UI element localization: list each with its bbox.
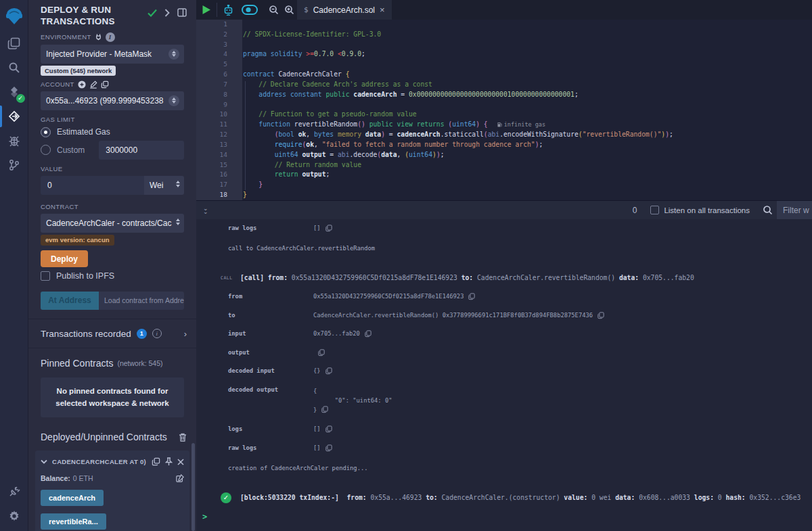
copy-contract-icon[interactable]	[152, 457, 160, 466]
remix-ai-icon[interactable]	[223, 5, 234, 16]
contract-label: CONTRACT	[41, 203, 184, 210]
custom-gas-input[interactable]: 3000000	[99, 141, 184, 160]
at-address-button[interactable]: At Address	[41, 292, 99, 310]
balance-label: Balance:	[41, 474, 70, 482]
plugin-manager-icon[interactable]	[0, 480, 28, 504]
environment-info-icon[interactable]: i	[106, 32, 115, 42]
contract-fn-cadencearch-button[interactable]: cadenceArch	[41, 490, 104, 506]
account-label: ACCOUNT	[41, 80, 184, 89]
copy-icon[interactable]	[325, 444, 332, 452]
transactions-info-icon[interactable]: i	[152, 329, 162, 338]
tx-call-icon: call	[221, 275, 233, 282]
copy-icon[interactable]	[318, 349, 325, 356]
git-icon[interactable]	[0, 153, 28, 177]
chevron-down-icon[interactable]	[41, 459, 47, 464]
code-line: }	[243, 190, 812, 200]
line-number: 13	[196, 140, 242, 150]
infinite-gas-note: infinite gas	[497, 121, 545, 128]
copy-account-icon[interactable]	[101, 80, 109, 89]
estimated-gas-label: Estimated Gas	[57, 127, 110, 137]
debugger-icon[interactable]	[0, 129, 28, 153]
copy-icon[interactable]	[325, 425, 332, 433]
line-number: 10	[196, 110, 242, 120]
trash-icon[interactable]	[179, 433, 187, 442]
zoom-out-icon[interactable]	[269, 5, 279, 15]
tab-cadencearch-sol[interactable]: $ CadenceArch.sol ×	[297, 0, 392, 20]
code-line: uint64 output = abi.decode(data, (uint64…	[243, 150, 812, 160]
copy-icon[interactable]	[597, 312, 604, 319]
value-unit-select[interactable]: Wei	[144, 176, 184, 195]
pinned-contracts-title: Pinned Contracts	[41, 358, 113, 369]
terminal-tx-row[interactable]: ✓[block:5033220 txIndex:-] from: 0x55a..…	[196, 492, 812, 503]
code-editor[interactable]: 123456789101112131415161718 // SPDX-Lice…	[196, 20, 812, 200]
account-select[interactable]: 0x55a...46923 (999.9999453238	[41, 91, 184, 110]
panel-scrollbar[interactable]	[191, 443, 195, 531]
deploy-button[interactable]: Deploy	[41, 250, 88, 267]
file-explorer-icon[interactable]	[0, 31, 28, 55]
code-line: return output;	[243, 170, 812, 180]
copy-icon[interactable]	[321, 406, 328, 413]
tx-success-icon: ✓	[221, 492, 231, 503]
listen-checkbox[interactable]	[650, 206, 659, 214]
terminal-kv-row: toCadenceArchCaler.revertibleRandom() 0x…	[196, 312, 812, 319]
plug-icon[interactable]	[95, 33, 102, 41]
value-input[interactable]: 0	[41, 176, 144, 195]
code-line: function revertibleRandom() public view …	[243, 120, 812, 130]
terminal: ⌄⌄ 0 Listen on all transactions Filter w…	[196, 200, 812, 531]
transactions-recorded-section[interactable]: Transactions recorded 1 i ›	[28, 319, 196, 348]
tab-label: CadenceArch.sol	[313, 5, 375, 15]
terminal-filter-input[interactable]: Filter w	[777, 201, 812, 219]
add-account-icon[interactable]	[78, 80, 86, 89]
pin-panel-icon[interactable]	[177, 8, 187, 17]
value-label: VALUE	[41, 165, 184, 172]
transactions-expand-icon[interactable]: ›	[184, 329, 187, 339]
deployed-contracts-title: Deployed/Unpinned Contracts	[41, 432, 167, 442]
solidity-compiler-icon[interactable]: ✓	[0, 80, 28, 104]
deploy-run-icon[interactable]	[0, 104, 28, 129]
deployed-contracts-section: Deployed/Unpinned Contracts	[28, 417, 196, 442]
code-line: // Function to get a pseudo-random value	[243, 110, 812, 120]
custom-gas-radio[interactable]	[41, 145, 51, 155]
tab-close-icon[interactable]: ×	[380, 5, 385, 15]
line-number: 9	[196, 100, 242, 110]
estimated-gas-radio[interactable]	[41, 127, 51, 137]
deployed-contract-card: CADENCEARCHCALER AT 0) Balance: 0 ETH ca…	[35, 451, 189, 531]
terminal-search-icon[interactable]	[763, 205, 773, 215]
terminal-expand-icon[interactable]: ⌄⌄	[203, 207, 208, 214]
terminal-prompt[interactable]: >	[196, 513, 812, 521]
close-contract-icon[interactable]	[177, 459, 184, 465]
terminal-kv-row: decoded input{}	[196, 367, 812, 375]
gas-limit-label: GAS LIMIT	[41, 116, 184, 123]
contract-fn-revertiblerandom-button[interactable]: revertibleRa...	[41, 513, 106, 530]
copy-icon[interactable]	[365, 330, 371, 338]
pinned-network-label: (network: 545)	[117, 359, 162, 367]
code-line: address constant public cadenceArch = 0x…	[243, 90, 812, 100]
terminal-tx-row[interactable]: call[call] from: 0x55a1320D432759960C5Df…	[196, 273, 812, 283]
edit-account-icon[interactable]	[89, 80, 97, 89]
ai-toggle-icon[interactable]	[242, 5, 258, 15]
publish-ipfs-label: Publish to IPFS	[56, 271, 114, 281]
pin-contract-icon[interactable]	[165, 457, 173, 466]
environment-select[interactable]: Injected Provider - MetaMask	[41, 45, 184, 64]
copy-icon[interactable]	[325, 367, 332, 375]
at-address-input[interactable]: Load contract from Addres	[99, 292, 184, 310]
contract-select[interactable]: CadenceArchCaler - contracts/Cac	[41, 214, 184, 233]
code-line	[243, 20, 812, 30]
chevron-right-icon[interactable]	[164, 9, 170, 17]
zoom-in-icon[interactable]	[284, 5, 294, 15]
terminal-kv-row: from0x55a1320D432759960C5Df0215a8dF78e1E…	[196, 293, 812, 300]
code-line	[243, 100, 812, 110]
remix-logo[interactable]	[0, 1, 28, 31]
publish-ipfs-checkbox[interactable]	[41, 271, 50, 281]
terminal-multiline-row: decoded output{ "0": "uint64: 0"}	[196, 386, 812, 415]
run-script-icon[interactable]	[202, 5, 211, 15]
copy-icon[interactable]	[468, 293, 475, 300]
line-number: 8	[196, 90, 242, 100]
edit-balance-icon[interactable]	[176, 474, 184, 482]
terminal-kv-row: output	[196, 349, 812, 356]
deployed-contract-title[interactable]: CADENCEARCHCALER AT 0)	[52, 458, 147, 465]
copy-icon[interactable]	[325, 225, 332, 232]
settings-gear-icon[interactable]	[0, 504, 28, 528]
search-icon[interactable]	[0, 55, 28, 80]
stepper-icon	[168, 49, 179, 60]
